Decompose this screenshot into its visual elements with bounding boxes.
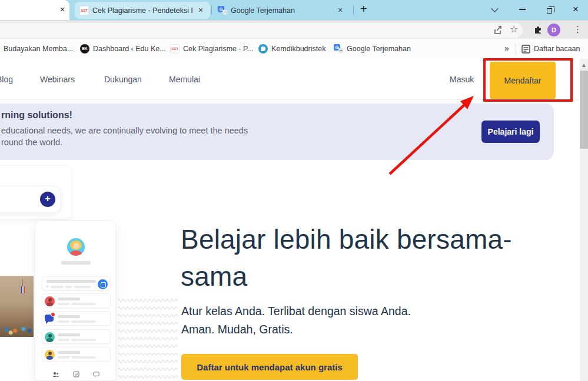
login-link[interactable]: Masuk (450, 75, 474, 84)
phone-mockup (35, 220, 116, 381)
window-close-button[interactable]: × (570, 4, 581, 15)
browser-toolbar: ☆ D ⋮ (0, 20, 588, 39)
banner-body-line2: round the world. (1, 138, 62, 147)
free-account-cta-button[interactable]: Daftar untuk mendapat akun gratis (181, 354, 358, 380)
tab-cek-plagiarisme[interactable]: SST Cek Plagiarisme - Pendeteksi Pla × (75, 2, 210, 19)
avatar-red (45, 296, 55, 306)
divider (516, 44, 516, 54)
highlight-box-annotation (483, 58, 573, 102)
tab-divider (211, 5, 212, 15)
bookmark-label: Dashboard ‹ Edu Ke... (93, 45, 166, 53)
attachment-icon (98, 279, 108, 289)
chat-icon (93, 372, 99, 377)
tab-title: Cek Plagiarisme - Pendeteksi Pla (92, 6, 192, 15)
hero-subtext-line2: Aman. Mudah, Gratis. (181, 323, 293, 336)
flag (21, 286, 25, 293)
page-scrollbar[interactable] (580, 59, 588, 381)
reading-list-button[interactable]: Daftar bacaan (521, 44, 580, 54)
notification-badge (51, 312, 55, 317)
scrollbar-thumb[interactable] (580, 71, 588, 149)
page-title: Belajar lebih baik bersama-sama (181, 221, 560, 295)
reading-list-label: Daftar bacaan (534, 45, 580, 53)
nav-link-blog[interactable]: Blog (0, 75, 13, 84)
list-item (42, 311, 111, 326)
classroom-photo (0, 276, 34, 337)
ek-favicon: EK (80, 44, 89, 54)
avatar-teal (45, 332, 55, 342)
active-tab-partial[interactable]: × (0, 0, 69, 20)
close-tab-icon[interactable]: × (58, 5, 67, 15)
squiggle-pattern (118, 297, 178, 381)
tab-title: Google Terjemahan (231, 6, 332, 15)
bookmarks-bar: Budayakan Memba... EK Dashboard ‹ Edu Ke… (0, 39, 588, 59)
google-translate-favicon: G (218, 6, 227, 15)
list-item (42, 293, 111, 308)
close-tab-icon[interactable]: × (196, 6, 205, 15)
sst-favicon: SST (79, 6, 89, 15)
close-tab-icon[interactable]: × (335, 6, 345, 15)
bookmark-label: Kemdikbudristek (271, 45, 325, 53)
nav-link-webinars[interactable]: Webinars (40, 75, 75, 84)
nav-link-memulai[interactable]: Memulai (169, 75, 200, 84)
share-icon[interactable] (492, 24, 504, 36)
minimize-button[interactable] (517, 5, 527, 14)
chrome-menu-icon[interactable]: ⋮ (573, 24, 582, 35)
bookmarks-overflow-chevron[interactable]: » (504, 44, 509, 53)
checklist-icon (73, 371, 79, 377)
avatar-yellow (45, 350, 55, 360)
bookmark-label: Budayakan Memba... (4, 45, 73, 53)
announcement-banner: rning solutions! educational needs, we a… (0, 103, 554, 160)
kemdikbud-favicon (258, 44, 268, 54)
bookmark-label: Google Terjemahan (347, 45, 411, 53)
group-icon (52, 372, 59, 377)
banner-body-line1: educational needs, we are continually ev… (1, 126, 248, 135)
learn-more-button[interactable]: Pelajari lagi (481, 121, 540, 143)
post-card (42, 276, 111, 290)
bookmark-item[interactable]: G Google Terjemahan (334, 44, 411, 54)
bookmark-item[interactable]: EK Dashboard ‹ Edu Ke... (80, 44, 166, 54)
list-item (42, 329, 111, 344)
tab-search-chevron-icon[interactable] (490, 5, 499, 14)
banner-headline: rning solutions! (1, 110, 72, 121)
bookmark-label: Cek Plagiarisme - P... (183, 45, 253, 53)
tab-google-terjemahan[interactable]: G Google Terjemahan × (213, 2, 350, 19)
google-translate-favicon: G (334, 44, 343, 54)
phone-bottom-toolbar (35, 367, 117, 381)
bookmark-item[interactable]: Budayakan Memba... (4, 44, 73, 54)
bookmark-item[interactable]: SST Cek Plagiarisme - P... (170, 44, 253, 54)
nav-link-dukungan[interactable]: Dukungan (104, 75, 142, 84)
restore-button[interactable] (544, 6, 554, 15)
reading-list-icon (521, 45, 530, 54)
add-button-mockup: + (40, 192, 55, 207)
scrollbar-up-arrow-icon[interactable] (582, 63, 586, 67)
bookmark-star-icon[interactable]: ☆ (510, 24, 518, 35)
address-bar[interactable] (0, 23, 523, 38)
browser-tab-strip: × SST Cek Plagiarisme - Pendeteksi Pla ×… (0, 0, 588, 20)
profile-avatar-mockup (67, 238, 85, 256)
new-tab-button[interactable]: + (360, 2, 367, 16)
name-placeholder-bar (61, 261, 91, 265)
profile-avatar[interactable]: D (547, 24, 560, 36)
extensions-puzzle-icon[interactable] (533, 24, 544, 35)
tab-divider (353, 5, 354, 15)
bookmark-item[interactable]: Kemdikbudristek (258, 44, 325, 54)
hero-subtext-line1: Atur kelas Anda. Terlibat dengan siswa A… (181, 305, 411, 318)
sst-favicon: SST (170, 44, 180, 54)
list-item (42, 347, 111, 362)
